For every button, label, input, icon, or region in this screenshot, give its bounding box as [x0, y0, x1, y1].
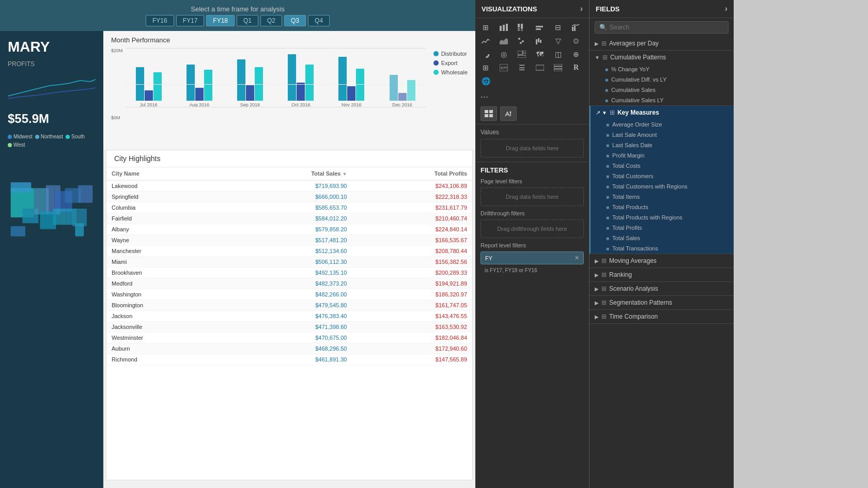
field-total-transactions[interactable]: ■ Total Transactions — [591, 243, 734, 254]
city-highlights-title: City Highlights — [106, 150, 472, 167]
values-label: Values — [481, 129, 584, 136]
svg-rect-37 — [518, 51, 522, 55]
field-profit-margin[interactable]: ■ Profit Margin — [591, 150, 734, 161]
svg-point-36 — [483, 51, 489, 57]
matrix-icon[interactable]: ⊞ — [478, 61, 493, 74]
slicer-icon[interactable]: ☰ — [515, 61, 529, 74]
bar-aug-whole — [204, 70, 212, 101]
city-table-scroll[interactable]: City Name Total Sales ▼ Total Profits La… — [106, 167, 472, 479]
table-icon[interactable]: ⊞ — [478, 21, 493, 34]
field-group-key-measures: ↗ ▼ ⊞ Key Measures ■ Average Order Size … — [590, 106, 734, 254]
city-sales: $506,112.30 — [223, 257, 352, 267]
viz-expand-icon[interactable]: › — [580, 4, 583, 13]
export-dot — [433, 60, 439, 66]
r-visual-icon[interactable]: R — [569, 61, 583, 74]
fy18-button[interactable]: FY18 — [206, 15, 235, 26]
pie-icon[interactable] — [478, 48, 493, 60]
field-total-customers[interactable]: ■ Total Customers — [591, 171, 734, 181]
column-chart-icon[interactable] — [533, 21, 547, 34]
field-group-segmentation-header[interactable]: ▶ ⊞ Segmentation Patterns — [590, 296, 734, 309]
q3-button[interactable]: Q3 — [284, 15, 306, 26]
field-cumulative-sales[interactable]: ■ Cumulative Sales — [590, 85, 734, 95]
area-chart-icon[interactable] — [497, 35, 511, 47]
field-cumulative-sales-ly[interactable]: ■ Cumulative Sales LY — [590, 95, 734, 105]
combo-chart-icon[interactable] — [569, 21, 583, 34]
northeast-dot — [35, 135, 39, 139]
field-last-sales-date[interactable]: ■ Last Sales Date — [591, 140, 734, 150]
field-last-sale-amount[interactable]: ■ Last Sale Amount — [591, 130, 734, 140]
field-cumulative-sales-label: Cumulative Sales — [611, 87, 656, 93]
multirow-card-icon[interactable] — [551, 61, 565, 74]
field-group-averages-header[interactable]: ▶ ⊞ Averages per Day — [590, 37, 734, 50]
fy16-button[interactable]: FY16 — [146, 15, 174, 26]
grid-icon[interactable]: ⊟ — [551, 21, 565, 34]
field-change-yoy[interactable]: ■ % Change YoY — [590, 64, 734, 74]
city-profits: $231,617.79 — [352, 202, 472, 213]
q4-button[interactable]: Q4 — [308, 15, 330, 26]
filled-map-icon[interactable]: ◫ — [551, 48, 565, 60]
field-group-moving-avg-header[interactable]: ▶ ⊞ Moving Averages — [590, 254, 734, 267]
drill-drop-zone[interactable]: Drag drillthrough fields here — [481, 219, 584, 238]
field-group-time-header[interactable]: ▶ ⊞ Time Comparison — [590, 310, 734, 323]
python-icon[interactable]: 🌐 — [478, 75, 493, 87]
city-name: Jacksonville — [106, 322, 223, 333]
field-group-cumulative-header[interactable]: ▼ ⊞ Cumulative Patterns — [590, 51, 734, 64]
fields-expand-icon[interactable]: › — [725, 4, 727, 13]
donut-icon[interactable]: ◎ — [497, 48, 511, 60]
page-filters-drop-zone[interactable]: Drag data fields here — [481, 187, 584, 206]
more-icon[interactable]: ··· — [475, 90, 589, 103]
filters-section: FILTERS Page level filters Drag data fie… — [475, 162, 589, 278]
search-input[interactable] — [610, 24, 724, 31]
export-label: Export — [441, 60, 458, 66]
bar-jul: Jul 2016 — [126, 44, 172, 107]
filter-close-icon[interactable]: ✕ — [575, 255, 579, 261]
svg-rect-28 — [574, 26, 576, 31]
field-group-time-comparison: ▶ ⊞ Time Comparison — [590, 310, 734, 324]
field-total-products-regions[interactable]: ■ Total Products with Regions — [591, 212, 734, 223]
field-group-ranking-header[interactable]: ▶ ⊞ Ranking — [590, 268, 734, 281]
field-group-scenario-header[interactable]: ▶ ⊞ Scenario Analysis — [590, 282, 734, 295]
city-sales: $492,135.10 — [223, 267, 352, 278]
field-total-customers-regions[interactable]: ■ Total Customers with Regions — [591, 181, 734, 192]
city-name: Westminster — [106, 333, 223, 343]
field-total-profits[interactable]: ■ Total Profits — [591, 223, 734, 233]
field-total-sales[interactable]: ■ Total Sales — [591, 233, 734, 243]
bar-chart-icon[interactable] — [497, 21, 511, 34]
field-total-products[interactable]: ■ Total Products — [591, 202, 734, 212]
fields-tool-btn[interactable] — [481, 106, 497, 121]
shape-map-icon[interactable]: ⊕ — [569, 48, 583, 60]
profit-chart-area — [8, 70, 96, 106]
fy17-button[interactable]: FY17 — [176, 15, 205, 26]
line-chart-icon[interactable] — [478, 35, 493, 47]
field-group-key-measures-header[interactable]: ↗ ▼ ⊞ Key Measures — [591, 106, 734, 119]
scatter-icon[interactable] — [515, 35, 529, 47]
field-cumulative-diff[interactable]: ■ Cumulative Diff. vs LY — [590, 74, 734, 85]
measure-icon: ■ — [606, 204, 609, 210]
map-icon[interactable]: 🗺 — [533, 48, 547, 60]
filter-tag[interactable]: FY ✕ — [481, 251, 584, 264]
waterfall-icon[interactable] — [533, 35, 547, 47]
svg-rect-1 — [11, 182, 32, 193]
q2-button[interactable]: Q2 — [260, 15, 282, 26]
chart-legend: Distributor Export Wholesale — [433, 48, 468, 75]
field-avg-order-size[interactable]: ■ Average Order Size — [591, 119, 734, 130]
city-profits: $147,565.89 — [352, 354, 472, 365]
q1-button[interactable]: Q1 — [237, 15, 258, 26]
format-tool-btn[interactable] — [500, 106, 517, 121]
svg-rect-20 — [506, 24, 508, 31]
table-header-row: City Name Total Sales ▼ Total Profits — [106, 167, 472, 180]
stacked-bar-icon[interactable] — [515, 21, 529, 34]
field-total-items[interactable]: ■ Total Items — [591, 192, 734, 202]
bar-aug-exp — [195, 88, 204, 101]
card-icon[interactable] — [533, 61, 547, 74]
city-sales: $666,000.10 — [223, 192, 352, 202]
gauge-icon[interactable]: ⊙ — [569, 35, 583, 47]
filter-condition: is FY17, FY18 or FY16 — [481, 266, 584, 274]
treemap-icon[interactable] — [515, 48, 529, 60]
field-total-costs[interactable]: ■ Total Costs — [591, 161, 734, 171]
funnel-icon[interactable]: ▽ — [551, 35, 565, 47]
page-filters-label: Page level filters — [481, 178, 584, 184]
kpi-icon[interactable]: KPI — [497, 61, 511, 74]
values-drop-zone[interactable]: Drag data fields here — [481, 139, 584, 158]
measure-icon: ■ — [606, 225, 609, 231]
